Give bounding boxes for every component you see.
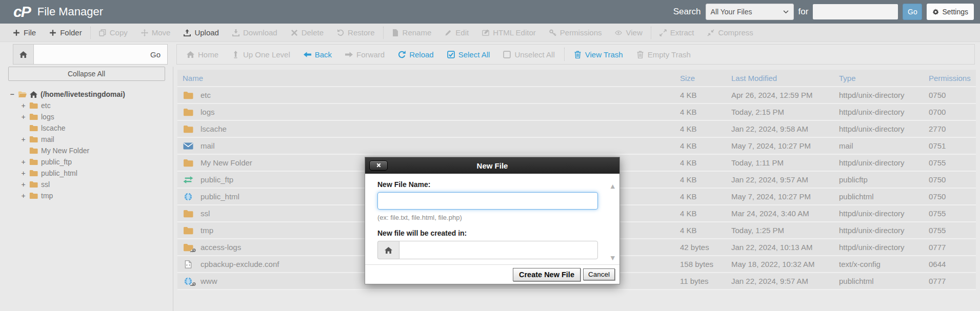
folder-icon	[29, 113, 38, 120]
collapse-all-button[interactable]: Collapse All	[8, 67, 165, 81]
toolbar-rename-button[interactable]: Rename	[385, 24, 438, 42]
toolbar-restore-button[interactable]: Restore	[330, 24, 382, 42]
gear-icon	[932, 9, 939, 15]
search-for-label: for	[798, 7, 809, 17]
reload-icon	[398, 51, 406, 58]
tree-item-tmp[interactable]: +tmp	[9, 190, 173, 201]
column-header-type[interactable]: Type	[839, 74, 929, 82]
file-modified: Apr 26, 2024, 12:59 PM	[731, 91, 839, 99]
file-permissions: 0777	[929, 243, 976, 252]
toolbar-upload-button[interactable]: Upload	[177, 24, 226, 42]
folder-icon	[183, 91, 194, 100]
eye-icon	[615, 29, 622, 36]
globe-icon	[183, 277, 194, 286]
column-header-last-modified[interactable]: Last Modified	[731, 74, 839, 82]
expand-icon[interactable]: +	[21, 135, 26, 143]
toolbar-move-button[interactable]: Move	[134, 24, 177, 42]
file-size: 4 KB	[680, 175, 731, 184]
nav-select-all-button[interactable]: Select All	[441, 50, 497, 59]
tree-item-label: tmp	[41, 192, 53, 200]
toolbar-divider	[383, 27, 384, 39]
nav-up-one-level-button[interactable]: Up One Level	[225, 50, 297, 59]
search-go-button[interactable]: Go	[903, 4, 922, 20]
nav-reload-button[interactable]: Reload	[391, 50, 441, 59]
create-new-file-button[interactable]: Create New File	[513, 268, 581, 281]
search-scope-select[interactable]: All Your Files	[706, 4, 794, 20]
toolbar-file-button[interactable]: File	[6, 24, 43, 42]
toolbar-view-button[interactable]: View	[608, 24, 649, 42]
file-row[interactable]: mail4 KBMay 7, 2024, 10:27 PMmail0751	[177, 138, 976, 155]
home-icon	[19, 51, 27, 58]
nav-unselect-all-button[interactable]: Unselect All	[496, 50, 561, 59]
created-in-input[interactable]	[399, 241, 598, 259]
toolbar-copy-button[interactable]: Copy	[92, 24, 134, 42]
file-modified: Today, 1:11 PM	[731, 158, 839, 167]
modal-close-button[interactable]	[369, 160, 388, 171]
nav-home-button[interactable]: Home	[180, 50, 225, 59]
column-header-permissions[interactable]: Permissions	[929, 74, 976, 82]
file-row[interactable]: logs4 KBToday, 2:15 PMhttpd/unix-directo…	[177, 104, 976, 121]
path-go-button[interactable]: Go	[144, 45, 167, 64]
expand-icon[interactable]: +	[21, 113, 26, 121]
nav-item-label: Unselect All	[514, 50, 554, 59]
toolbar-edit-button[interactable]: Edit	[438, 24, 475, 42]
file-type: text/x-config	[839, 260, 929, 268]
tree-item-logs[interactable]: +logs	[9, 111, 173, 122]
tree-item-public-ftp[interactable]: +public_ftp	[9, 156, 173, 168]
toolbar-item-label: Edit	[455, 28, 469, 37]
scroll-up-icon[interactable]: ▲	[611, 183, 615, 190]
created-in-home-button[interactable]	[377, 241, 399, 259]
toolbar-permissions-button[interactable]: Permissions	[543, 24, 609, 42]
new-file-name-input[interactable]	[377, 192, 598, 210]
column-header-name[interactable]: Name	[183, 74, 680, 82]
expand-icon[interactable]: +	[21, 169, 26, 177]
toolbar-compress-button[interactable]: Compress	[701, 24, 759, 42]
toolbar-html-editor-button[interactable]: HTML Editor	[475, 24, 543, 42]
file-row[interactable]: lscache4 KBJan 22, 2024, 9:58 AMhttpd/un…	[177, 121, 976, 138]
trash-icon	[636, 51, 644, 58]
restore-icon	[337, 29, 344, 36]
nav-item-label: Forward	[356, 50, 385, 59]
file-name: www	[201, 277, 217, 285]
settings-button[interactable]: Settings	[927, 4, 974, 20]
folder-icon	[183, 209, 194, 218]
path-home-button[interactable]	[13, 45, 34, 64]
file-name: access-logs	[201, 243, 241, 252]
tree-item-label: public_html	[41, 169, 77, 177]
tree-root-label: (/home/livetestingdomai)	[41, 90, 125, 98]
tree-item-etc[interactable]: +etc	[9, 100, 173, 111]
file-row[interactable]: etc4 KBApr 26, 2024, 12:59 PMhttpd/unix-…	[177, 87, 976, 104]
toolbar-delete-button[interactable]: Delete	[284, 24, 330, 42]
toolbar-extract-button[interactable]: Extract	[653, 24, 701, 42]
scroll-down-icon[interactable]: ▼	[611, 255, 615, 261]
expand-icon[interactable]: +	[21, 101, 26, 110]
tree-item-label: mail	[41, 135, 54, 143]
nav-view-trash-button[interactable]: View Trash	[567, 50, 630, 59]
nav-empty-trash-button[interactable]: Empty Trash	[630, 50, 697, 59]
tree-item-lscache[interactable]: lscache	[9, 122, 173, 134]
expand-icon[interactable]: +	[21, 158, 26, 166]
tree-item-label: etc	[41, 101, 51, 110]
tree-item-ssl[interactable]: +ssl	[9, 179, 173, 190]
path-input[interactable]	[34, 45, 144, 64]
file-permissions: 0644	[929, 260, 976, 268]
sidebar: Collapse All −(/home/livetestingdomai)+e…	[0, 67, 173, 311]
trash-icon	[574, 51, 582, 58]
tree-item-public-html[interactable]: +public_html	[9, 168, 173, 179]
search-input[interactable]	[813, 4, 898, 19]
tree-item-mail[interactable]: +mail	[9, 134, 173, 145]
tree-item-label: My New Folder	[41, 147, 89, 155]
nav-back-button[interactable]: Back	[297, 50, 338, 59]
nav-forward-button[interactable]: Forward	[338, 50, 391, 59]
collapse-icon[interactable]: −	[9, 90, 15, 98]
column-header-size[interactable]: Size	[680, 74, 731, 82]
tree-root-home[interactable]: −(/home/livetestingdomai)	[9, 89, 173, 100]
toolbar-download-button[interactable]: Download	[226, 24, 284, 42]
cancel-button[interactable]: Cancel	[583, 268, 615, 280]
file-name: My New Folder	[201, 158, 252, 167]
expand-icon[interactable]: +	[21, 192, 26, 200]
expand-icon[interactable]: +	[21, 180, 26, 189]
tree-item-my-new-folder[interactable]: My New Folder	[9, 145, 173, 156]
toolbar-folder-button[interactable]: Folder	[43, 24, 89, 42]
file-modified: Jan 22, 2024, 9:57 AM	[731, 175, 839, 184]
